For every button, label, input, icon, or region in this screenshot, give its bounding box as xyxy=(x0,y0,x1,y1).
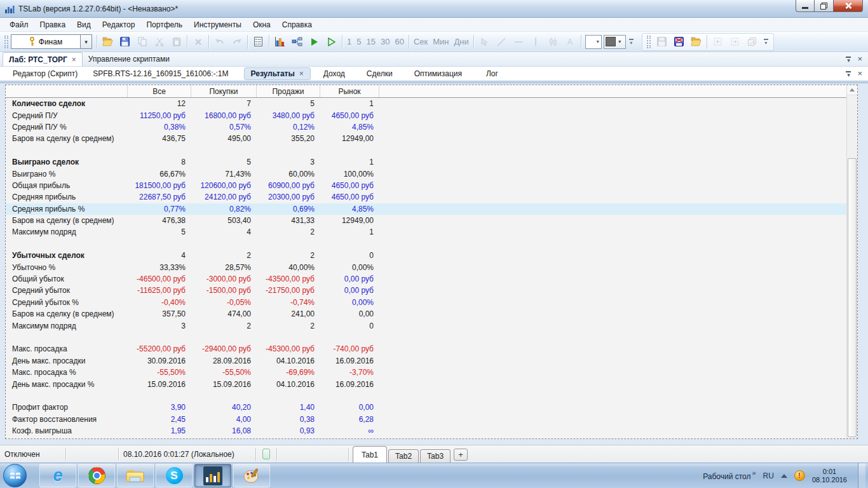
vertical-line-tool-button[interactable] xyxy=(527,34,545,50)
table-row[interactable]: Средний убыток %-0,40%-0,05%-0,74%0,00% xyxy=(6,297,846,308)
show-hidden-icons-button[interactable] xyxy=(781,474,787,478)
table-row[interactable]: Выиграно сделок8531 xyxy=(6,156,846,168)
timeframe-60-button[interactable]: 60 xyxy=(392,37,406,46)
duplicate-button[interactable] xyxy=(743,34,761,50)
undo-button[interactable] xyxy=(211,34,228,50)
toolbar-chevron-icon[interactable]: » xyxy=(752,469,756,477)
desktop-toolbar[interactable]: Рабочий стол» xyxy=(703,470,756,482)
save-button[interactable] xyxy=(116,34,133,50)
table-row[interactable]: Выиграно %66,67%71,43%60,00%100,00% xyxy=(6,168,846,179)
taskbar-clock[interactable]: 0:01 08.10.2016 xyxy=(812,468,847,484)
table-row[interactable]: Макс. просадка %-55,50%-55,50%-69,69%-3,… xyxy=(6,367,846,378)
color-picker[interactable]: ▾ xyxy=(604,35,626,49)
taskbar-chrome[interactable] xyxy=(78,464,115,487)
bottom-tab-tab2[interactable]: Tab2 xyxy=(388,449,419,463)
table-row[interactable]: Фактор восстановления2,454,000,386,28 xyxy=(6,414,846,425)
toolbar-overflow-button[interactable]: ▾ xyxy=(627,39,635,44)
table-row[interactable]: Убыточных сделок4220 xyxy=(6,250,846,261)
account-dropdown-button[interactable]: ▾ xyxy=(80,35,92,48)
view-tab-6[interactable]: Оптимизация xyxy=(408,68,468,79)
toolbar-grip[interactable] xyxy=(4,36,8,48)
table-row[interactable]: Средний П/У11250,00 руб16800,00 руб3480,… xyxy=(6,109,846,121)
start-button[interactable] xyxy=(3,464,27,487)
toolbar-grip[interactable] xyxy=(647,36,651,48)
table-row[interactable]: Средняя прибыль %0,77%0,82%0,69%4,85% xyxy=(6,203,846,215)
taskbar-tslab-active[interactable] xyxy=(194,464,231,487)
copy-button[interactable] xyxy=(133,34,151,50)
view-tab-2[interactable]: SPFB.RTS-12.16_160915_161006:-:1M xyxy=(86,68,234,79)
notification-alert-icon[interactable] xyxy=(794,470,805,481)
select-region-button[interactable] xyxy=(709,34,726,50)
table-row[interactable]: Максимум подряд3220 xyxy=(6,320,846,331)
menu-item-5[interactable]: Портфель xyxy=(140,19,188,30)
language-indicator[interactable]: RU xyxy=(763,471,774,480)
show-desktop-button[interactable] xyxy=(858,463,865,488)
expand-region-button[interactable] xyxy=(726,34,743,50)
table-row[interactable]: Убыточно %33,33%28,57%40,00%0,00% xyxy=(6,261,846,273)
table-row[interactable]: Средний П/У %0,38%0,57%0,12%4,85% xyxy=(6,121,846,133)
table-row[interactable]: Макс. просадка-55200,00 руб-29400,00 руб… xyxy=(6,343,846,355)
toolbar-overflow-button[interactable]: ▾ xyxy=(762,39,770,44)
view-tab-7[interactable]: Лог xyxy=(480,68,505,79)
bottom-tab-tab1[interactable]: Tab1 xyxy=(353,446,387,463)
table-row[interactable]: Баров на сделку (в среднем)357,50474,002… xyxy=(6,308,846,320)
table-row[interactable]: Баров на сделку (в среднем)476,38503,404… xyxy=(6,215,846,226)
menu-item-8[interactable]: Справка xyxy=(276,19,318,30)
candles-tool-button[interactable] xyxy=(545,34,562,50)
trendline-tool-button[interactable] xyxy=(493,34,510,50)
timeframe-unit-1-button[interactable]: Сек xyxy=(411,37,430,46)
table-row[interactable]: Количество сделок12751 xyxy=(6,98,846,109)
vertical-scrollbar[interactable] xyxy=(846,85,857,438)
timeframe-5-button[interactable]: 5 xyxy=(354,37,363,46)
close-tab-icon[interactable]: × xyxy=(72,57,76,63)
table-row[interactable]: День макс. просадки30.09.201628.09.20160… xyxy=(6,355,846,367)
taskbar-skype[interactable]: S xyxy=(156,464,193,487)
timeframe-unit-2-button[interactable]: Мин xyxy=(430,37,451,46)
document-tab-2[interactable]: Управление скриптами xyxy=(83,52,175,66)
run-step-button[interactable] xyxy=(323,34,340,50)
table-row[interactable]: День макс. просадки %15.09.201615.09.201… xyxy=(6,378,846,390)
flowchart-button[interactable] xyxy=(288,34,306,50)
close-tab-icon[interactable]: × xyxy=(299,71,304,77)
chart-button[interactable] xyxy=(271,34,288,50)
timeframe-unit-3-button[interactable]: Дни xyxy=(451,37,471,46)
table-row[interactable]: Профит фактор3,9040,201,400,00 xyxy=(6,402,846,413)
horizontal-line-tool-button[interactable] xyxy=(510,34,527,50)
script-properties-button[interactable] xyxy=(250,34,267,50)
account-selector[interactable]: Финам ▾ xyxy=(11,34,92,49)
minimize-button[interactable] xyxy=(796,0,815,12)
delete-button[interactable] xyxy=(189,34,207,50)
line-style-selector[interactable]: ▾ xyxy=(585,35,602,49)
add-tab-button[interactable]: + xyxy=(454,449,468,461)
menu-item-7[interactable]: Окна xyxy=(247,19,276,30)
taskbar-internet-explorer[interactable]: e xyxy=(39,464,76,487)
bottom-tab-tab3[interactable]: Tab3 xyxy=(420,449,451,463)
run-button[interactable] xyxy=(306,34,323,50)
table-row[interactable]: Максимум подряд5421 xyxy=(6,226,846,238)
save-layout-button[interactable] xyxy=(653,34,670,50)
open-layout-button[interactable] xyxy=(688,34,705,50)
timeframe-15-button[interactable]: 15 xyxy=(363,37,377,46)
menu-item-1[interactable]: Файл xyxy=(4,19,34,30)
table-row[interactable]: Общая прибыль181500,00 руб120600,00 руб6… xyxy=(6,180,846,191)
scrollbar-thumb[interactable] xyxy=(848,158,857,437)
restore-button[interactable] xyxy=(815,0,833,12)
close-button[interactable] xyxy=(833,0,863,12)
table-row[interactable]: Коэф. выигрыша1,9516,080,93∞ xyxy=(6,425,846,437)
tab-list-dropdown-icon[interactable]: ▾ xyxy=(846,71,851,76)
table-row[interactable]: Баров на сделку (в среднем)436,75495,003… xyxy=(6,133,846,144)
table-row[interactable]: Средний убыток-11625,00 руб-1500,00 руб-… xyxy=(6,285,846,296)
close-pane-icon[interactable]: × xyxy=(857,71,862,77)
view-tab-4[interactable]: Доход xyxy=(317,68,351,79)
paste-button[interactable] xyxy=(168,34,185,50)
menu-item-4[interactable]: Редактор xyxy=(97,19,141,30)
timeframe-30-button[interactable]: 30 xyxy=(378,37,392,46)
taskbar-paint[interactable] xyxy=(233,464,270,487)
scroll-up-button[interactable] xyxy=(847,85,857,95)
menu-item-6[interactable]: Инструменты xyxy=(188,19,247,30)
taskbar-file-explorer[interactable] xyxy=(117,464,154,487)
document-tab-1[interactable]: Лаб: РТС_ТОРГ× xyxy=(3,52,83,66)
view-tab-3[interactable]: Результаты× xyxy=(244,67,311,80)
tab-list-dropdown-icon[interactable]: ▾ xyxy=(846,57,851,62)
text-label-tool-button[interactable]: A xyxy=(562,34,579,50)
